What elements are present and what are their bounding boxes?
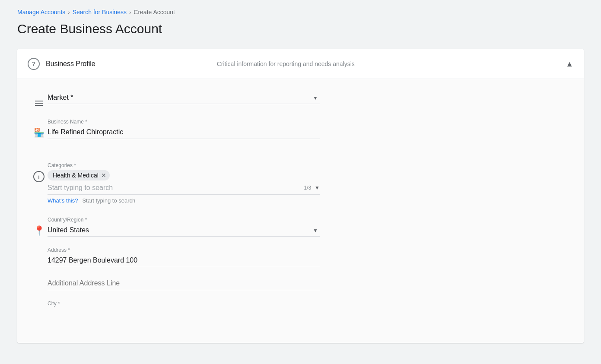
business-profile-card: ? Business Profile Critical information … — [17, 49, 584, 343]
breadcrumb-manage-accounts[interactable]: Manage Accounts — [17, 9, 65, 16]
menu-lines-icon-container — [30, 92, 48, 106]
categories-container: Health & Medical ✕ Start typing to searc… — [48, 170, 320, 195]
business-name-group: Business Name * — [48, 119, 320, 139]
breadcrumb: Manage Accounts › Search for Business › … — [17, 9, 584, 16]
breadcrumb-separator-2: › — [129, 9, 131, 16]
breadcrumb-current: Create Account — [134, 9, 175, 16]
market-row: Market * ▼ — [30, 92, 571, 106]
market-select-wrapper: Market * ▼ — [48, 92, 320, 104]
chip-remove-button[interactable]: ✕ — [101, 172, 106, 179]
categories-row: i Categories * Health & Medical ✕ Start … — [30, 162, 571, 204]
business-name-label: Business Name * — [48, 119, 320, 125]
form-body: Market * ▼ 🏪 Business Name * — [17, 79, 584, 343]
country-select[interactable]: United States — [48, 225, 320, 237]
collapse-icon[interactable]: ▲ — [566, 60, 573, 69]
chip-label: Health & Medical — [53, 172, 99, 179]
whats-this-row: What's this? Start typing to search — [48, 197, 320, 204]
city-group: City * — [48, 301, 320, 307]
address-input[interactable] — [48, 255, 320, 267]
categories-field-content: Categories * Health & Medical ✕ Start ty… — [48, 162, 320, 204]
categories-input-row: Start typing to search 1/3 ▼ — [48, 184, 320, 192]
country-field-content: Country/Region * United States ▼ Address… — [48, 217, 320, 317]
section-header[interactable]: ? Business Profile Critical information … — [17, 49, 584, 79]
breadcrumb-separator-1: › — [68, 9, 70, 16]
store-icon: 🏪 — [34, 127, 45, 138]
categories-search-placeholder: Start typing to search — [48, 184, 304, 192]
menu-lines-icon — [35, 101, 43, 106]
section-title: Business Profile — [46, 60, 217, 68]
business-name-field-content: Business Name * — [48, 119, 320, 149]
whats-this-hint: Start typing to search — [82, 197, 135, 204]
city-label: City * — [48, 301, 320, 307]
additional-address-input[interactable] — [48, 278, 320, 290]
location-pin-icon: 📍 — [33, 225, 45, 237]
location-icon-container: 📍 — [30, 217, 48, 237]
address-group: Address * — [48, 247, 320, 267]
info-icon-container: i — [30, 162, 48, 182]
categories-count: 1/3 — [304, 185, 311, 191]
market-field-content: Market * ▼ — [48, 92, 320, 104]
country-group: Country/Region * United States ▼ — [48, 217, 320, 237]
business-name-input[interactable] — [48, 127, 320, 139]
section-description: Critical information for reporting and n… — [217, 60, 559, 67]
categories-dropdown-arrow[interactable]: ▼ — [315, 185, 320, 191]
breadcrumb-search-for-business[interactable]: Search for Business — [73, 9, 127, 16]
page-title: Create Business Account — [17, 22, 584, 36]
info-icon: i — [33, 171, 45, 182]
help-icon: ? — [28, 58, 40, 70]
whats-this-link[interactable]: What's this? — [48, 197, 78, 204]
address-label: Address * — [48, 247, 320, 253]
country-label: Country/Region * — [48, 217, 320, 223]
categories-label: Categories * — [48, 162, 320, 168]
additional-address-group — [48, 278, 320, 290]
country-row: 📍 Country/Region * United States ▼ — [30, 217, 571, 317]
country-select-wrapper: United States ▼ — [48, 225, 320, 237]
store-icon-container: 🏪 — [30, 119, 48, 138]
health-medical-chip: Health & Medical ✕ — [48, 170, 110, 180]
market-select[interactable]: Market * — [48, 92, 320, 104]
business-name-row: 🏪 Business Name * — [30, 119, 571, 149]
